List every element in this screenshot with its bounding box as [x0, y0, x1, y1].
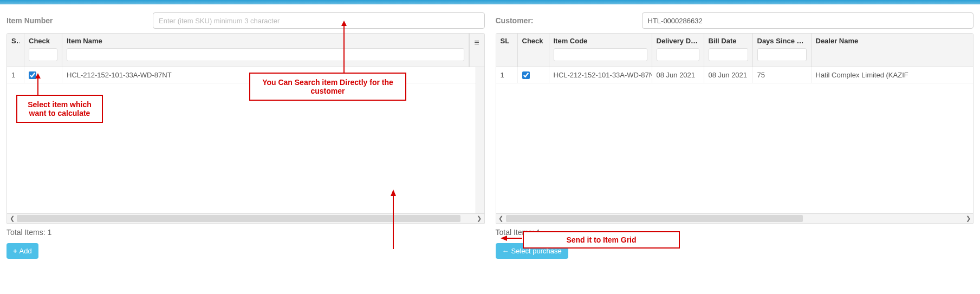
col-label: Days Since Pur...: [757, 37, 807, 45]
callout-select-item: Select item which want to calculate: [16, 95, 103, 123]
right-grid-header: SL Check Item Code Delivery Date Bill Da…: [496, 34, 973, 67]
col-label: Item Code: [554, 37, 647, 45]
cell-check[interactable]: [518, 67, 549, 83]
col-header-sl[interactable]: SL: [496, 34, 518, 67]
grid-menu-button[interactable]: ≡: [469, 34, 484, 67]
left-header-row: Item Number: [7, 12, 485, 29]
arrow-select-item: [33, 73, 43, 95]
col-label: SL: [501, 37, 513, 45]
left-grid-header: SL Check Item Name ≡: [7, 34, 484, 67]
col-label: Check: [522, 37, 544, 45]
col-label: Delivery Date: [657, 37, 699, 45]
col-header-item-name[interactable]: Item Name: [62, 34, 469, 67]
item-sku-search-input[interactable]: [153, 12, 485, 29]
filter-days-input[interactable]: [757, 48, 807, 61]
col-label: Dealer Name: [816, 37, 969, 45]
col-header-bill-date[interactable]: Bill Date: [704, 34, 753, 67]
svg-marker-1: [35, 73, 41, 79]
arrow-send-grid: [388, 190, 523, 249]
svg-marker-5: [501, 236, 507, 241]
filter-item-name-input[interactable]: [67, 48, 464, 61]
top-accent-bar: [0, 0, 980, 4]
cell-bill-date: 08 Jun 2021: [704, 67, 753, 83]
scroll-thumb[interactable]: [506, 215, 803, 222]
cell-dealer-name: Hatil Complex Limited (KAZIF: [812, 67, 973, 83]
plus-icon: +: [13, 247, 17, 255]
scroll-right-arrow-icon[interactable]: ❯: [963, 215, 973, 222]
hamburger-icon: ≡: [474, 38, 479, 48]
col-header-item-code[interactable]: Item Code: [549, 34, 652, 67]
table-row[interactable]: 1 HCL-212-152-101-33A-WD-87NT: [7, 67, 484, 83]
filter-check-input[interactable]: [29, 48, 57, 61]
item-number-label: Item Number: [7, 16, 147, 25]
col-label: Bill Date: [709, 37, 748, 45]
svg-marker-4: [391, 190, 396, 196]
right-horizontal-scrollbar[interactable]: ❮ ❯: [496, 213, 973, 223]
right-grid: SL Check Item Code Delivery Date Bill Da…: [496, 33, 974, 224]
scroll-track[interactable]: [506, 214, 964, 223]
col-label: Check: [29, 37, 57, 45]
cell-sl: 1: [7, 67, 24, 83]
col-label: SL: [11, 37, 20, 45]
cell-sl: 1: [496, 67, 518, 83]
filter-item-code-input[interactable]: [554, 48, 647, 61]
col-header-check[interactable]: Check: [24, 34, 62, 67]
cell-days-since: 75: [753, 67, 812, 83]
svg-marker-3: [341, 21, 347, 26]
filter-bill-input[interactable]: [709, 48, 748, 61]
add-button-label: Add: [20, 247, 32, 255]
filter-delivery-input[interactable]: [657, 48, 699, 61]
col-header-check[interactable]: Check: [518, 34, 549, 67]
right-grid-body: 1 HCL-212-152-101-33A-WD-87NT 08 Jun 202…: [496, 67, 973, 213]
col-header-days-since[interactable]: Days Since Pur...: [753, 34, 812, 67]
customer-label: Customer:: [496, 16, 637, 25]
right-header-row: Customer:: [496, 12, 974, 29]
col-header-delivery-date[interactable]: Delivery Date: [652, 34, 704, 67]
col-header-sl[interactable]: SL: [7, 34, 24, 67]
add-button[interactable]: +Add: [7, 243, 38, 259]
right-panel: Customer: SL Check Item Code Delivery Da…: [496, 12, 974, 259]
customer-input[interactable]: [642, 12, 974, 29]
scroll-left-arrow-icon[interactable]: ❮: [7, 215, 17, 222]
col-header-dealer-name[interactable]: Dealer Name: [812, 34, 973, 67]
callout-search-direct: You Can Search item Directly for the cus…: [249, 73, 406, 101]
col-label: Item Name: [67, 37, 464, 45]
row-checkbox[interactable]: [522, 71, 530, 79]
cell-delivery-date: 08 Jun 2021: [652, 67, 704, 83]
callout-send-grid: Send it to Item Grid: [523, 231, 680, 249]
arrow-search-direct: [339, 21, 349, 73]
table-row[interactable]: 1 HCL-212-152-101-33A-WD-87NT 08 Jun 202…: [496, 67, 973, 83]
cell-check[interactable]: [24, 67, 62, 83]
cell-item-code: HCL-212-152-101-33A-WD-87NT: [549, 67, 652, 83]
